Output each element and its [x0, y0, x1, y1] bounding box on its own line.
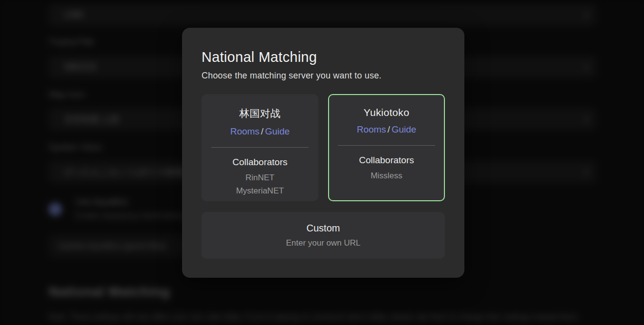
custom-card-subtitle: Enter your own URL: [286, 238, 360, 248]
card-divider: [211, 147, 309, 148]
collaborators-heading: Collaborators: [359, 155, 414, 166]
national-matching-dialog: National Matching Choose the matching se…: [182, 28, 464, 278]
server-card-yukiotoko[interactable]: Yukiotoko Rooms/Guide Collaborators Miss…: [328, 94, 445, 201]
server-links: Rooms/Guide: [357, 124, 416, 135]
server-links: Rooms/Guide: [230, 126, 290, 137]
collaborator-item: MysteriaNET: [236, 184, 284, 197]
collaborator-item: RinNET: [236, 171, 284, 184]
server-name: 林国对战: [239, 107, 280, 120]
dialog-subtitle: Choose the matching server you want to u…: [202, 71, 445, 81]
link-separator: /: [386, 124, 391, 134]
guide-link[interactable]: Guide: [391, 124, 416, 134]
guide-link[interactable]: Guide: [265, 126, 290, 136]
link-separator: /: [259, 126, 265, 136]
dialog-title: National Matching: [202, 49, 445, 65]
rooms-link[interactable]: Rooms: [230, 126, 259, 136]
rooms-link[interactable]: Rooms: [357, 124, 386, 134]
server-options-row: 林国对战 Rooms/Guide Collaborators RinNET My…: [202, 94, 445, 201]
card-divider: [338, 145, 435, 146]
screen: LINK ▾ Trophy/Title WACCA ▾ Map Icon 天空街…: [0, 0, 644, 325]
collaborator-item: Missless: [370, 169, 402, 182]
custom-server-card[interactable]: Custom Enter your own URL: [202, 212, 445, 259]
server-name: Yukiotoko: [364, 107, 409, 118]
custom-card-title: Custom: [307, 223, 340, 234]
collaborators-list: Missless: [370, 169, 402, 182]
server-card-linguo[interactable]: 林国对战 Rooms/Guide Collaborators RinNET My…: [202, 94, 318, 201]
collaborators-list: RinNET MysteriaNET: [236, 171, 284, 197]
collaborators-heading: Collaborators: [233, 157, 288, 168]
